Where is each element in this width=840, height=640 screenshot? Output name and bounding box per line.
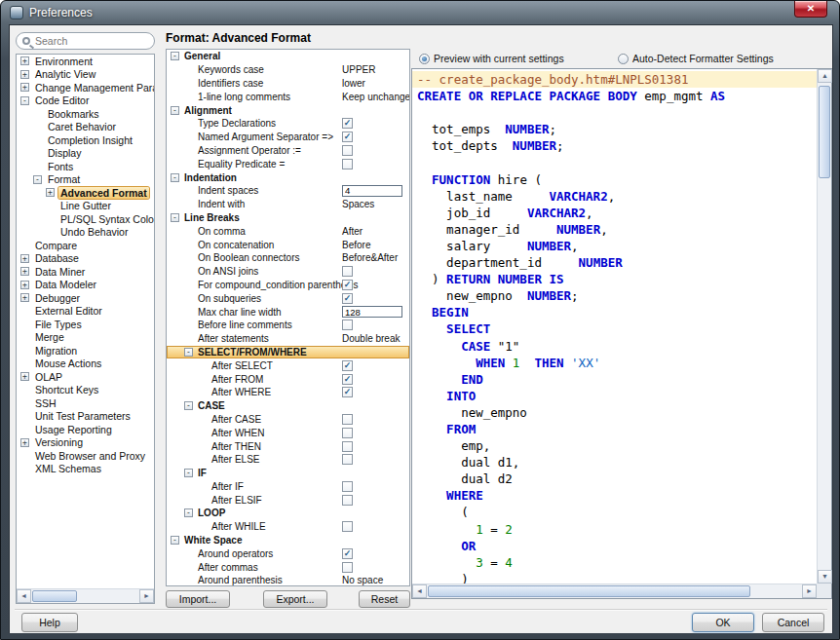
format-option-row[interactable]: After statementsDouble break xyxy=(167,332,409,346)
format-option-row[interactable]: Indent withSpaces xyxy=(167,198,409,211)
format-option-row[interactable]: -White Space xyxy=(167,534,409,547)
preview-radio-current-settings[interactable]: Preview with current settings xyxy=(419,53,564,64)
format-option-row[interactable]: Named Argument Separator =>✓ xyxy=(167,131,409,144)
sidebar-item-olap[interactable]: +OLAP xyxy=(17,370,154,384)
expand-icon[interactable]: + xyxy=(20,56,29,65)
format-option-row[interactable]: After ELSIF xyxy=(167,493,409,507)
sidebar-item-fonts[interactable]: Fonts xyxy=(17,160,154,173)
format-option-row[interactable]: After WHILE xyxy=(167,520,409,534)
checkbox[interactable] xyxy=(342,495,353,506)
checkbox[interactable] xyxy=(342,414,353,425)
format-option-row[interactable]: For compound_condition parenthesis✓ xyxy=(167,279,409,292)
expand-icon[interactable]: + xyxy=(20,372,29,381)
format-option-value[interactable]: Before&After xyxy=(342,252,398,263)
format-option-value[interactable]: No space xyxy=(342,575,383,585)
format-option-value[interactable]: After xyxy=(342,226,363,237)
collapse-icon[interactable]: - xyxy=(184,508,193,517)
format-option-value[interactable]: Double break xyxy=(342,333,400,344)
scrollbar-thumb[interactable] xyxy=(428,585,750,597)
radio-icon[interactable] xyxy=(419,54,430,64)
format-option-value[interactable]: Keep unchanged xyxy=(342,92,410,102)
sidebar-item-usage-reporting[interactable]: Usage Reporting xyxy=(17,423,154,436)
sidebar-item-merge[interactable]: Merge xyxy=(17,331,154,345)
format-option-value[interactable]: lower xyxy=(342,78,365,89)
format-option-value[interactable]: UPPER xyxy=(342,64,375,75)
cancel-button[interactable]: Cancel xyxy=(762,613,824,632)
code-horizontal-scrollbar[interactable]: ◄ ► xyxy=(412,584,817,598)
preview-radio-auto-detect[interactable]: Auto-Detect Formatter Settings xyxy=(618,53,774,64)
format-option-row[interactable]: After WHEN xyxy=(167,426,409,439)
sidebar-item-completion-insight[interactable]: Completion Insight xyxy=(17,133,154,147)
sidebar-item-code-editor[interactable]: -Code Editor xyxy=(17,94,154,108)
checkbox[interactable]: ✓ xyxy=(342,548,353,559)
checkbox[interactable]: ✓ xyxy=(342,360,353,371)
ok-button[interactable]: OK xyxy=(692,613,754,632)
collapse-icon[interactable]: - xyxy=(184,469,193,477)
format-option-value[interactable]: Spaces xyxy=(342,199,374,209)
expand-icon[interactable]: + xyxy=(46,188,55,197)
format-option-row[interactable]: -CASE xyxy=(167,399,409,413)
scroll-up-icon[interactable]: ▲ xyxy=(818,69,832,83)
checkbox[interactable] xyxy=(342,441,353,452)
collapse-icon[interactable]: - xyxy=(171,536,179,545)
expand-icon[interactable]: + xyxy=(20,267,29,276)
reset-button[interactable]: Reset xyxy=(359,590,410,608)
checkbox[interactable]: ✓ xyxy=(342,132,353,142)
collapse-icon[interactable]: - xyxy=(171,106,179,115)
title-bar[interactable]: Preferences xyxy=(1,1,839,24)
scroll-right-icon[interactable]: ► xyxy=(139,589,154,603)
checkbox[interactable] xyxy=(342,454,353,465)
checkbox[interactable] xyxy=(342,428,353,438)
collapse-icon[interactable]: - xyxy=(33,175,42,184)
search-input[interactable] xyxy=(35,35,167,47)
expand-icon[interactable]: + xyxy=(20,293,29,302)
sidebar-item-ssh[interactable]: SSH xyxy=(17,396,154,410)
format-option-row[interactable]: Before line comments xyxy=(167,319,409,332)
format-option-row[interactable]: On commaAfter xyxy=(167,224,409,238)
collapse-icon[interactable]: - xyxy=(184,348,193,357)
format-option-row[interactable]: -LOOP xyxy=(167,507,409,520)
sidebar-item-mouse-actions[interactable]: Mouse Actions xyxy=(17,358,154,371)
code-vertical-scrollbar[interactable]: ▲ ▼ xyxy=(817,69,831,584)
sidebar-item-web-browser-and-proxy[interactable]: Web Browser and Proxy xyxy=(17,449,154,463)
import-button[interactable]: Import... xyxy=(166,590,230,608)
collapse-icon[interactable]: - xyxy=(171,173,179,182)
format-option-row[interactable]: After commas xyxy=(167,560,409,574)
help-button[interactable]: Help xyxy=(21,613,78,632)
sidebar-item-data-modeler[interactable]: +Data Modeler xyxy=(17,279,154,292)
expand-icon[interactable]: + xyxy=(20,83,29,92)
collapse-icon[interactable]: - xyxy=(184,401,193,410)
format-option-row[interactable]: After CASE xyxy=(167,413,409,427)
sidebar-item-file-types[interactable]: File Types xyxy=(17,318,154,331)
format-option-row[interactable]: After FROM✓ xyxy=(167,372,409,386)
checkbox[interactable] xyxy=(342,145,353,156)
export-button[interactable]: Export... xyxy=(263,590,327,608)
sidebar-item-migration[interactable]: Migration xyxy=(17,344,154,358)
scroll-down-icon[interactable]: ▼ xyxy=(818,570,832,584)
sidebar-item-environment[interactable]: +Environment xyxy=(17,55,154,68)
format-option-row[interactable]: On concatenationBefore xyxy=(167,238,409,251)
format-option-value[interactable]: Before xyxy=(342,240,370,250)
sidebar-item-format[interactable]: -Format xyxy=(17,173,154,187)
sidebar-item-external-editor[interactable]: External Editor xyxy=(17,305,154,319)
sidebar-horizontal-scrollbar[interactable]: ◄ ► xyxy=(17,588,154,603)
sidebar-item-database[interactable]: +Database xyxy=(17,252,154,266)
format-option-row[interactable]: On Boolean connectorsBefore&After xyxy=(167,251,409,265)
format-option-row[interactable]: Equality Predicate = xyxy=(167,157,409,170)
scrollbar-thumb[interactable] xyxy=(819,86,830,178)
scroll-left-icon[interactable]: ◄ xyxy=(412,584,427,598)
expand-icon[interactable]: + xyxy=(20,254,29,263)
format-option-input[interactable] xyxy=(342,185,402,197)
radio-icon[interactable] xyxy=(618,54,629,64)
sidebar-item-analytic-view[interactable]: +Analytic View xyxy=(17,68,154,82)
sidebar-item-pl-sql-syntax-colors[interactable]: PL/SQL Syntax Colors xyxy=(17,212,154,226)
format-option-row[interactable]: 1-line long commentsKeep unchanged xyxy=(167,90,409,103)
format-option-row[interactable]: On subqueries✓ xyxy=(167,291,409,305)
sidebar-item-caret-behavior[interactable]: Caret Behavior xyxy=(17,121,154,134)
format-option-row[interactable]: After WHERE✓ xyxy=(167,386,409,399)
expand-icon[interactable]: + xyxy=(20,438,29,447)
checkbox[interactable]: ✓ xyxy=(342,118,353,129)
sidebar-item-compare[interactable]: Compare xyxy=(17,239,154,252)
format-option-row[interactable]: After THEN xyxy=(167,439,409,453)
expand-icon[interactable]: + xyxy=(20,70,29,79)
